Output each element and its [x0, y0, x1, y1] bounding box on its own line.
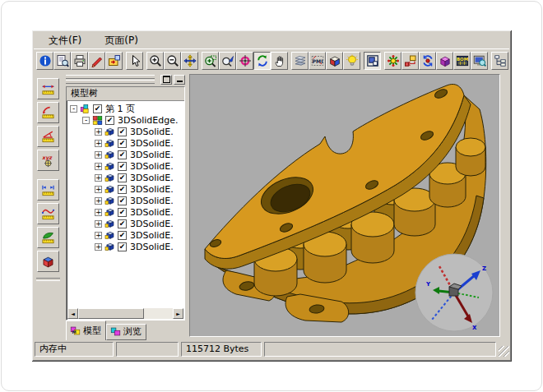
tree-row[interactable]: -✔第 1 页 — [67, 103, 183, 114]
info-button[interactable] — [36, 52, 53, 70]
visibility-checkbox[interactable]: ✔ — [118, 242, 127, 251]
measure-curve-length-button[interactable] — [37, 203, 59, 224]
rotate-center-icon — [239, 54, 252, 67]
dim-volume-icon — [41, 255, 55, 269]
expand-toggle-icon[interactable]: + — [95, 128, 102, 136]
tree-row[interactable]: +✔3DSolidE. — [67, 126, 183, 137]
tree-row[interactable]: +✔3DSolidE. — [67, 160, 183, 172]
zoom-in-button[interactable] — [146, 52, 164, 70]
measure-toolbar: xyz — [34, 74, 63, 339]
menu-item-file[interactable]: 文件(F) — [49, 34, 81, 48]
expand-toggle-icon[interactable]: + — [95, 220, 102, 228]
tree-item-label: 3DSolidE. — [130, 207, 174, 218]
expand-toggle-icon[interactable]: + — [95, 174, 102, 182]
expand-toggle-icon[interactable]: + — [95, 163, 102, 170]
lighting-button[interactable] — [343, 52, 360, 70]
layers-button[interactable] — [291, 52, 309, 70]
bom-button[interactable]: BOM — [453, 52, 471, 70]
expand-toggle-icon[interactable]: + — [95, 232, 102, 239]
tree-row[interactable]: +✔3DSolidE. — [67, 149, 183, 160]
print-button[interactable] — [71, 52, 88, 70]
tree-item-label: 3DSolidE. — [130, 196, 174, 206]
visibility-checkbox[interactable]: ✔ — [118, 127, 127, 136]
orientation-gizmo[interactable]: Z X Y — [415, 254, 493, 331]
scroll-right-button[interactable]: ► — [173, 308, 183, 319]
tree-row[interactable]: +✔3DSolidE. — [67, 218, 183, 229]
collapse-toggle-icon[interactable]: - — [82, 117, 90, 124]
tree-row[interactable]: +✔3DSolidE. — [67, 172, 183, 183]
tree-row[interactable]: +✔3DSolidE. — [67, 183, 183, 195]
zoom-window-button[interactable] — [202, 52, 219, 70]
model-tree-button[interactable] — [491, 52, 508, 70]
pan-hand-button[interactable] — [271, 52, 288, 70]
scroll-left-button[interactable]: ◄ — [67, 308, 78, 319]
import-file-button[interactable] — [105, 52, 123, 70]
move-part-button[interactable] — [401, 52, 419, 70]
expand-toggle-icon[interactable]: + — [95, 186, 102, 193]
tab-browse[interactable]: 浏览 — [106, 324, 146, 340]
panel-gripper[interactable] — [66, 75, 155, 85]
zoom-dynamic-button[interactable] — [219, 52, 236, 70]
measure-radius-button[interactable] — [37, 102, 59, 123]
print-preview-button[interactable] — [53, 52, 71, 70]
select-button[interactable] — [126, 52, 143, 70]
view-cube-button[interactable] — [326, 52, 343, 70]
print-preview-icon — [56, 54, 69, 67]
view-frame-button[interactable] — [364, 52, 381, 70]
tree-row[interactable]: +✔3DSolidE. — [67, 229, 183, 241]
tree-row[interactable]: +✔3DSolidE. — [67, 195, 183, 206]
visibility-checkbox[interactable]: ✔ — [93, 104, 102, 113]
zoom-in-icon — [149, 54, 162, 67]
scroll-thumb[interactable] — [78, 308, 144, 319]
tab-label: 浏览 — [123, 325, 142, 338]
svg-text:xyz: xyz — [42, 154, 53, 160]
scroll-track[interactable] — [78, 308, 173, 319]
assembly-button[interactable] — [436, 52, 453, 70]
tree-horizontal-scrollbar: ◄ ► — [67, 308, 183, 319]
expand-toggle-icon[interactable]: + — [95, 243, 102, 251]
tree-row[interactable]: +✔3DSolidE. — [67, 137, 183, 149]
expand-toggle-icon[interactable]: + — [95, 151, 102, 159]
expand-toggle-icon[interactable]: + — [95, 209, 102, 216]
expand-toggle-icon[interactable]: + — [95, 197, 102, 205]
zoom-out-button[interactable] — [164, 52, 181, 70]
measure-distance-button[interactable] — [37, 179, 59, 201]
rotate-center-button[interactable] — [236, 52, 253, 70]
visibility-checkbox[interactable]: ✔ — [118, 173, 127, 182]
measure-volume-button[interactable] — [37, 251, 59, 272]
visibility-checkbox[interactable]: ✔ — [105, 116, 114, 125]
visibility-checkbox[interactable]: ✔ — [118, 185, 127, 194]
update-view-button[interactable] — [419, 52, 436, 70]
tree-row[interactable]: -✔3DSolidEdge. — [67, 114, 183, 126]
visibility-checkbox[interactable]: ✔ — [118, 219, 127, 228]
redline-button[interactable] — [88, 52, 105, 70]
visibility-checkbox[interactable]: ✔ — [118, 150, 127, 159]
panel-minimize-button[interactable] — [174, 75, 185, 85]
measure-angle-button[interactable] — [37, 126, 59, 147]
pmi-button[interactable]: PMI — [309, 52, 326, 70]
3d-viewport[interactable]: Z X Y — [189, 74, 500, 337]
tree-row[interactable]: +✔3DSolidE. — [67, 241, 183, 252]
expand-toggle-icon[interactable]: + — [95, 140, 102, 147]
visibility-checkbox[interactable]: ✔ — [118, 139, 127, 148]
status-cell-0: 内存中 — [35, 342, 114, 357]
assembly-cube-icon — [439, 54, 452, 67]
collapse-toggle-icon[interactable]: - — [70, 105, 77, 113]
visibility-checkbox[interactable]: ✔ — [118, 162, 127, 171]
visibility-checkbox[interactable]: ✔ — [118, 196, 127, 205]
rotate-view-button[interactable] — [253, 52, 271, 70]
measure-area-button[interactable] — [37, 227, 59, 248]
menu-item-page[interactable]: 页面(P) — [104, 34, 138, 48]
panel-restore-button[interactable] — [160, 75, 172, 85]
tab-model[interactable]: M模型 — [66, 321, 106, 340]
report-button[interactable] — [471, 52, 488, 70]
resize-grip[interactable] — [499, 346, 509, 357]
visibility-checkbox[interactable]: ✔ — [118, 208, 127, 217]
tree-row[interactable]: +✔3DSolidE. — [67, 206, 183, 218]
pan-move-button[interactable] — [181, 52, 198, 70]
explode-button[interactable] — [384, 52, 401, 70]
measure-horizontal-button[interactable] — [37, 78, 59, 99]
measure-coordinate-button[interactable]: xyz — [37, 150, 59, 171]
tree-item-label: 3DSolidEdge. — [118, 115, 178, 126]
visibility-checkbox[interactable]: ✔ — [118, 231, 127, 240]
